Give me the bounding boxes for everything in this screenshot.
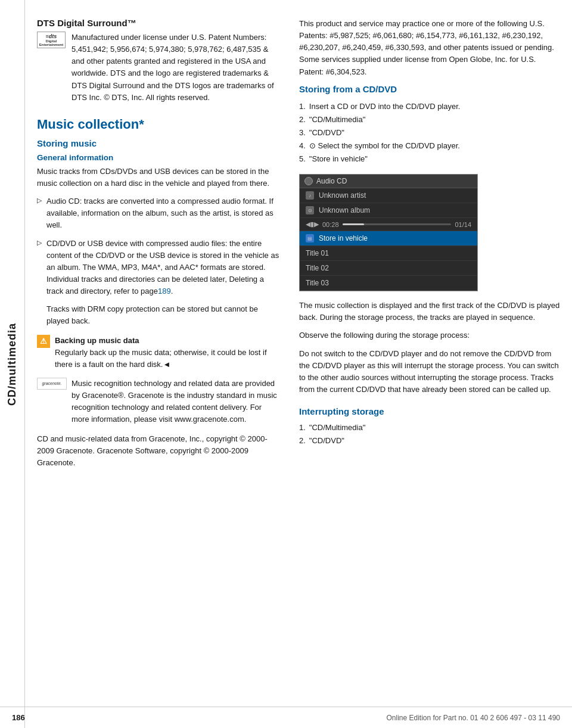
dts-section: DTS Digital Surround™ ≡dts Digital Enter… [37,18,281,104]
cd-list: ♪ Unknown artist ⊙ Unknown album ◀▮▶ 00:… [300,188,477,291]
gracenote-footer: CD and music-related data from Gracenote… [37,433,281,469]
bullet2-link[interactable]: 189 [158,287,171,295]
cd-title02-label: Title 02 [306,264,329,272]
general-info-title: General information [37,153,281,162]
vertical-tab: CD/multimedia [0,0,25,728]
cd-store-label: Store in vehicle [319,234,368,242]
step-2: 2. "CD/Multimedia" [299,113,560,126]
interrupting-steps-list: 1. "CD/Multimedia" 2. "CD/DVD" [299,421,560,447]
step-1: 1. Insert a CD or DVD into the CD/DVD pl… [299,100,560,113]
cd-player-screenshot: Audio CD ♪ Unknown artist ⊙ Unknown albu… [299,174,478,291]
cd-title-bar: Audio CD [300,175,477,188]
cd-title01-label: Title 01 [306,249,329,257]
gracenote-body: Music recognition technology and related… [72,378,281,426]
drm-text: Tracks with DRM copy protection can be s… [37,303,281,327]
cd-artist-item: ♪ Unknown artist [300,188,477,203]
body-after-screenshot: The music collection is displayed and th… [299,300,560,323]
warning-text: Backing up music data Regularly back up … [55,335,281,371]
dts-body: Manufactured under license under U.S. Pa… [72,32,281,104]
page-wrapper: CD/multimedia DTS Digital Surround™ ≡dts… [0,0,572,728]
step-5: 5. "Store in vehicle" [299,153,560,166]
cd-progress-bar [343,223,452,225]
cd-track-total: 01/14 [455,221,471,228]
storing-cd-title: Storing from a CD/DVD [299,84,560,94]
cd-title03-item: Title 03 [300,276,477,291]
cd-album-item: ⊙ Unknown album [300,203,477,218]
dts-logo: ≡dts Digital Entertainment [37,32,66,48]
cd-controls: ◀▮▶ [306,220,319,228]
bullet-arrow-1: ▷ [37,197,42,231]
interrupting-step-2: 2. "CD/DVD" [299,434,560,447]
bullet2-end: . [171,287,173,295]
bullet-content-2: CD/DVD or USB device with compressed aud… [46,238,281,298]
bullet-content-1: Audio CD: tracks are converted into a co… [46,195,281,231]
album-icon: ⊙ [306,206,314,214]
warning-box: ⚠ Backing up music data Regularly back u… [37,335,281,371]
storing-steps-list: 1. Insert a CD or DVD into the CD/DVD pl… [299,100,560,166]
step-3: 3. "CD/DVD" [299,126,560,139]
cd-title03-label: Title 03 [306,279,329,287]
cd-time-label: 00:28 [322,221,339,228]
cd-album-label: Unknown album [319,206,370,214]
cd-time-bar: ◀▮▶ 00:28 01/14 [300,218,477,231]
warning-icon: ⚠ [37,335,50,348]
bullet-arrow-2: ▷ [37,239,42,298]
music-collection-section: Music collection* Storing music General … [37,117,281,469]
dts-title: DTS Digital Surround™ [37,18,281,28]
general-info-body: Music tracks from CDs/DVDs and USB devic… [37,166,281,189]
cd-progress-fill [343,223,365,225]
cd-title02-item: Title 02 [300,261,477,276]
observe-body: Do not switch to the CD/DVD player and d… [299,348,560,396]
vertical-tab-label: CD/multimedia [6,322,18,405]
store-icon: ▤ [306,234,314,242]
content-wrapper: CD/multimedia DTS Digital Surround™ ≡dts… [0,0,572,728]
footer-text: Online Edition for Part no. 01 40 2 606 … [386,714,560,722]
interrupting-step-1: 1. "CD/Multimedia" [299,421,560,434]
gracenote-logo: gracenote. [37,378,67,390]
bullet-item-2: ▷ CD/DVD or USB device with compressed a… [37,238,281,298]
page-number: 186 [12,713,25,722]
dts-logo-area: ≡dts Digital Entertainment Manufactured … [37,32,281,104]
right-column: This product and service may practice on… [293,0,572,728]
patents-body: This product and service may practice on… [299,18,560,78]
cd-title01-item: Title 01 [300,246,477,261]
music-collection-title: Music collection* [37,117,281,132]
step-4: 4. ⊙ Select the symbol for the CD/DVD pl… [299,139,560,153]
gracenote-area: gracenote. Music recognition technology … [37,378,281,426]
cd-artist-label: Unknown artist [319,191,366,200]
warning-title: Backing up music data [55,336,139,345]
artist-icon: ♪ [306,191,314,200]
cd-disc-icon [304,177,313,185]
storing-music-title: Storing music [37,138,281,148]
warning-body: Regularly back up the music data; otherw… [55,348,267,369]
page-footer: 186 Online Edition for Part no. 01 40 2 … [0,707,572,728]
observe-text: Observe the following during the storage… [299,329,560,341]
interrupting-title: Interrupting storage [299,406,560,416]
cd-store-item[interactable]: ▤ Store in vehicle [300,231,477,246]
cd-title-label: Audio CD [316,177,347,185]
left-column: DTS Digital Surround™ ≡dts Digital Enter… [25,0,293,728]
main-content: DTS Digital Surround™ ≡dts Digital Enter… [25,0,572,728]
bullet-item-1: ▷ Audio CD: tracks are converted into a … [37,195,281,231]
